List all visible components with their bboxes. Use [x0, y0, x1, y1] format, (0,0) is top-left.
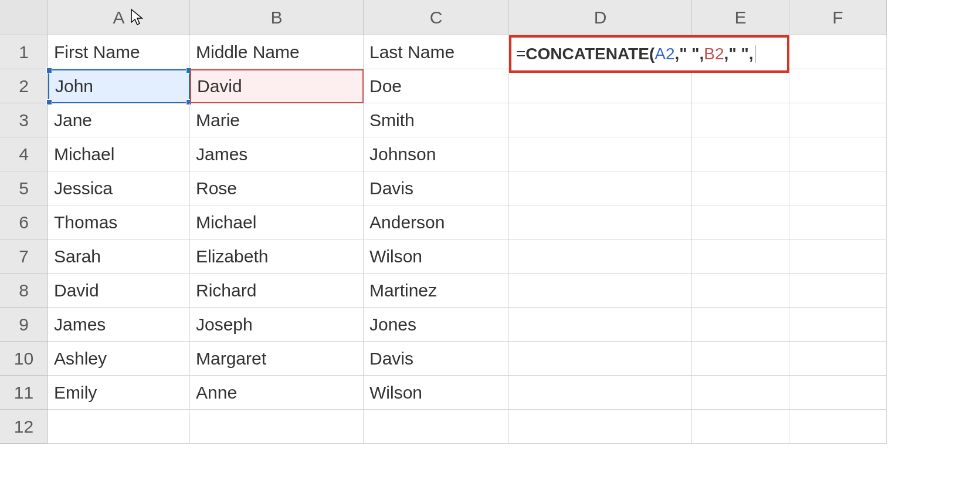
cell-B4[interactable]: James: [190, 137, 364, 171]
col-header-F[interactable]: F: [789, 0, 887, 35]
row-header-8[interactable]: 8: [0, 274, 48, 308]
cell-D8[interactable]: [509, 274, 692, 308]
cell-C12[interactable]: [364, 410, 509, 444]
cell-F3[interactable]: [789, 103, 887, 137]
row-header-9[interactable]: 9: [0, 308, 48, 342]
cell-A7[interactable]: Sarah: [48, 240, 190, 274]
cell-C7[interactable]: Wilson: [364, 240, 509, 274]
cell-value: Doe: [369, 76, 402, 96]
cell-C11[interactable]: Wilson: [364, 376, 509, 410]
cell-A11[interactable]: Emily: [48, 376, 190, 410]
cell-value: Marie: [196, 110, 240, 130]
cell-D6[interactable]: [509, 205, 692, 240]
header-last-name: Last Name: [369, 42, 455, 62]
row-header-5[interactable]: 5: [0, 171, 48, 205]
cell-A2[interactable]: John: [48, 69, 190, 103]
cell-D5[interactable]: [509, 171, 692, 205]
cell-A9[interactable]: James: [48, 308, 190, 342]
cell-B12[interactable]: [190, 410, 364, 444]
cell-F11[interactable]: [789, 376, 887, 410]
cell-value: Sarah: [54, 247, 101, 267]
cell-E11[interactable]: [692, 376, 789, 410]
cell-D9[interactable]: [509, 308, 692, 342]
cell-C1[interactable]: Last Name: [364, 35, 509, 69]
row-header-2[interactable]: 2: [0, 69, 48, 103]
cell-D3[interactable]: [509, 103, 692, 137]
cell-D12[interactable]: [509, 410, 692, 444]
cell-C8[interactable]: Martinez: [364, 274, 509, 308]
col-header-E[interactable]: E: [692, 0, 789, 35]
row-header-7[interactable]: 7: [0, 240, 48, 274]
row-header-1[interactable]: 1: [0, 35, 48, 69]
cell-F1[interactable]: [789, 35, 887, 69]
cell-E8[interactable]: [692, 274, 789, 308]
cell-A5[interactable]: Jessica: [48, 171, 190, 205]
cell-C2[interactable]: Doe: [364, 69, 509, 103]
cell-F2[interactable]: [789, 69, 887, 103]
cell-B7[interactable]: Elizabeth: [190, 240, 364, 274]
cell-B8[interactable]: Richard: [190, 274, 364, 308]
cell-B3[interactable]: Marie: [190, 103, 364, 137]
cell-E6[interactable]: [692, 205, 789, 240]
cell-F6[interactable]: [789, 205, 887, 240]
cell-C5[interactable]: Davis: [364, 171, 509, 205]
row-header-4[interactable]: 4: [0, 137, 48, 171]
cell-A6[interactable]: Thomas: [48, 205, 190, 240]
cell-E9[interactable]: [692, 308, 789, 342]
cell-value: James: [54, 315, 106, 335]
text-cursor-icon: [755, 45, 755, 63]
col-header-A[interactable]: A: [48, 0, 190, 35]
cell-E12[interactable]: [692, 410, 789, 444]
cell-B11[interactable]: Anne: [190, 376, 364, 410]
cell-B6[interactable]: Michael: [190, 205, 364, 240]
cell-E5[interactable]: [692, 171, 789, 205]
row-header-10[interactable]: 10: [0, 342, 48, 376]
cell-E3[interactable]: [692, 103, 789, 137]
cell-A1[interactable]: First Name: [48, 35, 190, 69]
cell-B1[interactable]: Middle Name: [190, 35, 364, 69]
col-header-D[interactable]: D: [509, 0, 692, 35]
cell-B9[interactable]: Joseph: [190, 308, 364, 342]
col-header-C[interactable]: C: [364, 0, 509, 35]
cell-A4[interactable]: Michael: [48, 137, 190, 171]
cell-A3[interactable]: Jane: [48, 103, 190, 137]
select-all-corner[interactable]: [0, 0, 48, 35]
cell-value: Anderson: [369, 212, 445, 232]
cell-F4[interactable]: [789, 137, 887, 171]
cell-C6[interactable]: Anderson: [364, 205, 509, 240]
cell-C4[interactable]: Johnson: [364, 137, 509, 171]
row-header-3[interactable]: 3: [0, 103, 48, 137]
cell-B2[interactable]: David: [190, 69, 364, 103]
spreadsheet-grid[interactable]: A B C D E F 1 First Name Middle Name Las…: [0, 0, 980, 444]
cell-C9[interactable]: Jones: [364, 308, 509, 342]
cell-E4[interactable]: [692, 137, 789, 171]
cell-F7[interactable]: [789, 240, 887, 274]
cell-D11[interactable]: [509, 376, 692, 410]
cell-D7[interactable]: [509, 240, 692, 274]
cell-B10[interactable]: Margaret: [190, 342, 364, 376]
cell-F5[interactable]: [789, 171, 887, 205]
cell-D4[interactable]: [509, 137, 692, 171]
cell-A10[interactable]: Ashley: [48, 342, 190, 376]
cell-C3[interactable]: Smith: [364, 103, 509, 137]
cell-F10[interactable]: [789, 342, 887, 376]
cell-D10[interactable]: [509, 342, 692, 376]
cell-F9[interactable]: [789, 308, 887, 342]
cell-E2[interactable]: [692, 69, 789, 103]
col-header-B[interactable]: B: [190, 0, 364, 35]
cell-A12[interactable]: [48, 410, 190, 444]
row-header-12[interactable]: 12: [0, 410, 48, 444]
formula-string-space: " ": [679, 45, 699, 63]
cell-E10[interactable]: [692, 342, 789, 376]
cell-E7[interactable]: [692, 240, 789, 274]
row-header-11[interactable]: 11: [0, 376, 48, 410]
cell-F12[interactable]: [789, 410, 887, 444]
cell-D2[interactable]: [509, 69, 692, 103]
formula-edit-overlay[interactable]: = CONCATENATE ( A2 , " " , B2 , " " ,: [509, 35, 789, 73]
cell-value: Ashley: [54, 349, 107, 369]
row-header-6[interactable]: 6: [0, 205, 48, 240]
cell-B5[interactable]: Rose: [190, 171, 364, 205]
cell-F8[interactable]: [789, 274, 887, 308]
cell-C10[interactable]: Davis: [364, 342, 509, 376]
cell-A8[interactable]: David: [48, 274, 190, 308]
